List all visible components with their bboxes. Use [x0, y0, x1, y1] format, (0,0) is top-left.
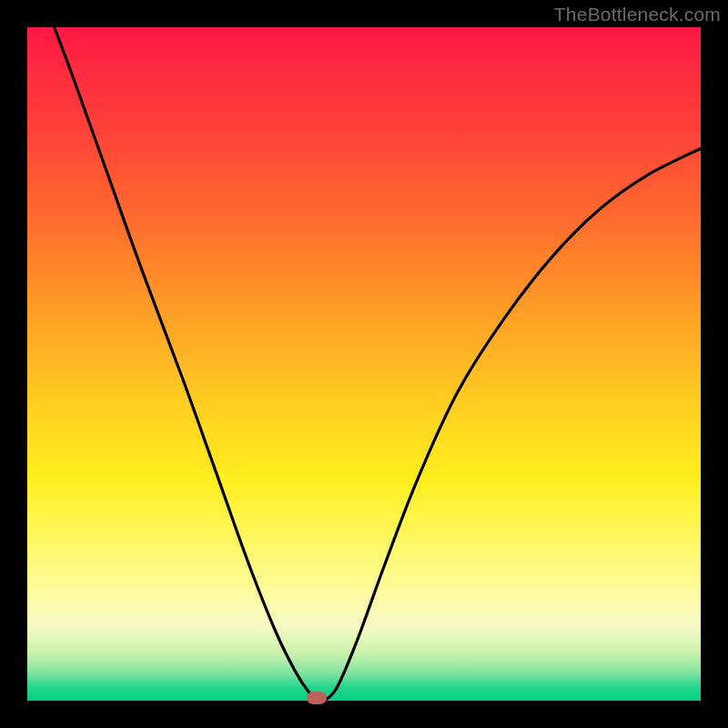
chart-frame: TheBottleneck.com — [0, 0, 728, 728]
minimum-marker — [307, 692, 327, 704]
bottleneck-curve — [55, 27, 701, 703]
watermark-text: TheBottleneck.com — [554, 4, 721, 25]
plot-area — [27, 27, 701, 701]
curve-svg — [27, 27, 701, 701]
